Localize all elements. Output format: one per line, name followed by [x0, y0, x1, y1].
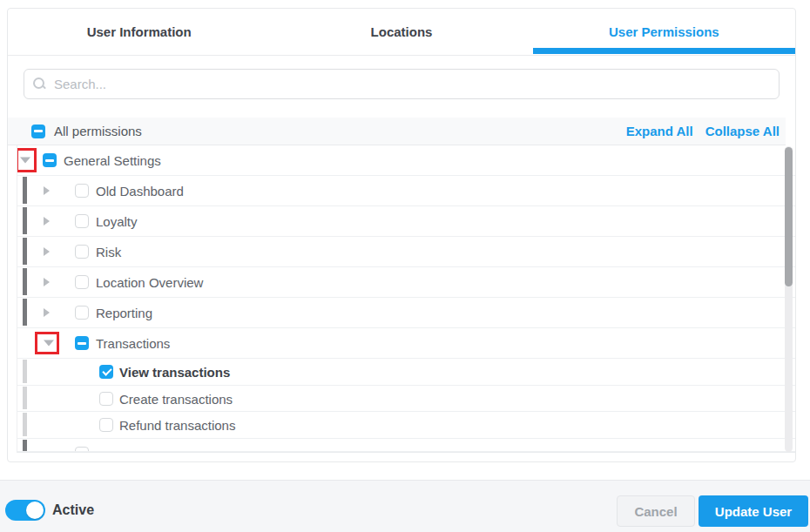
tree-row-label: View transactions [119, 365, 230, 380]
checkbox-risk[interactable] [75, 245, 89, 259]
checkbox-transactions[interactable] [75, 336, 89, 350]
tree-row-old-dashboard: Old Dashboard [17, 176, 795, 206]
tree-row-refund-transactions: Refund transactions [17, 412, 795, 439]
all-permissions-label: All permissions [54, 124, 626, 138]
tree-scrollbar-track[interactable] [785, 146, 793, 452]
tree-row-create-transactions: Create transactions [17, 386, 795, 412]
tab-locations[interactable]: Locations [270, 9, 532, 55]
tab-bar: User Information Locations User Permissi… [8, 9, 795, 56]
indent-guide-bar [23, 177, 27, 204]
tab-user-information[interactable]: User Information [8, 9, 270, 55]
tab-label: User Permissions [609, 24, 719, 39]
expand-arrow-icon[interactable] [44, 217, 50, 226]
tree-row-label: Reporting [96, 306, 152, 320]
highlight-box [35, 332, 59, 354]
tree-row-loyalty: Loyalty [17, 206, 795, 237]
cancel-button[interactable]: Cancel [617, 495, 695, 527]
permissions-tree: General SettingsOld DashboardLoyaltyRisk… [17, 145, 795, 453]
checkbox-refund-transactions[interactable] [99, 418, 113, 432]
indent-guide-bar [23, 413, 27, 436]
indent-guide-bar [23, 268, 27, 295]
checkbox-create-transactions[interactable] [99, 392, 113, 406]
dialog-footer: Active Cancel Update User [0, 480, 810, 532]
expand-arrow-icon[interactable] [44, 186, 50, 195]
tree-row-label: Refund transactions [119, 418, 235, 433]
tree-row-label: Loyalty [96, 214, 138, 229]
checkbox-general-settings[interactable] [43, 153, 57, 167]
update-user-button[interactable]: Update User [699, 495, 808, 527]
highlight-box [17, 148, 37, 172]
checkbox-reporting[interactable] [75, 306, 89, 320]
indent-guide-bar [23, 207, 27, 234]
tree-row-label: Location Overview [96, 275, 203, 290]
tree-row-label: Transactions [96, 336, 170, 351]
expand-arrow-icon[interactable] [44, 247, 50, 256]
tree-row-label: Create transactions [119, 391, 233, 406]
indent-guide-bar [23, 440, 27, 451]
tree-links: Expand All Collapse All [626, 124, 780, 138]
expand-all-link[interactable]: Expand All [626, 124, 693, 138]
search-input[interactable] [24, 69, 780, 99]
tab-user-permissions[interactable]: User Permissions [533, 9, 795, 55]
tree-row-label: Risk [96, 245, 121, 259]
indent-guide-bar [23, 387, 27, 409]
indent-guide-bar [23, 299, 27, 326]
checkbox-location-overview[interactable] [75, 275, 89, 289]
expand-arrow-icon[interactable] [44, 308, 50, 317]
tab-label: User Information [87, 24, 192, 39]
tree-row-general-settings: General Settings [17, 145, 795, 176]
search-icon [32, 77, 46, 91]
checkbox-all-permissions[interactable] [31, 125, 45, 138]
tab-label: Locations [371, 24, 433, 39]
checkbox-old-dashboard[interactable] [75, 184, 89, 198]
tree-row-location-overview: Location Overview [17, 267, 795, 298]
checkbox-row[interactable] [75, 447, 89, 452]
tree-row-risk: Risk [17, 237, 795, 267]
indent-guide-bar [23, 360, 27, 383]
tree-row-view-transactions: View transactions [17, 359, 795, 386]
tree-row-row [17, 439, 795, 452]
expand-arrow-icon[interactable] [44, 278, 50, 286]
active-tab-underline [533, 48, 795, 54]
tree-row-transactions: Transactions [17, 328, 795, 359]
active-toggle-label: Active [52, 502, 94, 518]
active-toggle[interactable] [5, 500, 45, 521]
checkbox-loyalty[interactable] [75, 214, 89, 228]
checkbox-view-transactions[interactable] [99, 365, 113, 379]
tree-row-reporting: Reporting [17, 298, 795, 328]
tree-row-label: Old Dashboard [96, 184, 184, 199]
search-bar [24, 69, 780, 99]
toggle-knob [26, 502, 44, 519]
all-permissions-header: All permissions Expand All Collapse All [8, 118, 786, 145]
tree-scrollbar-thumb[interactable] [785, 147, 793, 286]
user-dialog-card: User Information Locations User Permissi… [7, 8, 796, 462]
tree-row-label: General Settings [64, 153, 161, 168]
indent-guide-bar [23, 238, 27, 265]
collapse-all-link[interactable]: Collapse All [705, 124, 780, 138]
